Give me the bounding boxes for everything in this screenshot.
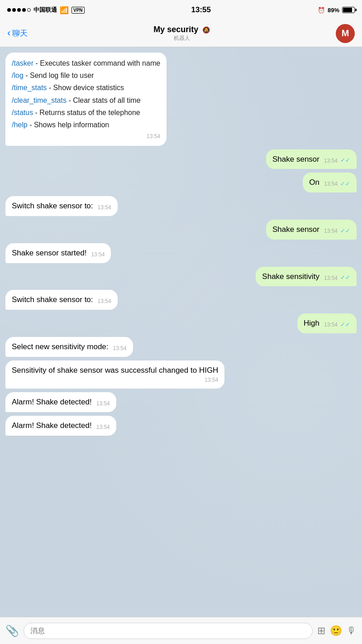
message-time: 13:54 <box>96 400 110 408</box>
dot3 <box>17 8 21 12</box>
message-text: High <box>304 318 319 329</box>
message-row: On 13:54 ✓✓ <box>5 173 357 192</box>
message-row: Shake sensitivity 13:54 ✓✓ <box>5 267 357 287</box>
message-text: Switch shake sensor to: <box>12 201 93 211</box>
message-time: 13:54 <box>113 345 127 352</box>
message-bubble: Switch shake sensor to: 13:54 <box>5 196 118 216</box>
message-bubble: Switch shake sensor to: 13:54 <box>5 290 118 310</box>
message-bubble: Shake sensitivity 13:54 ✓✓ <box>256 267 357 287</box>
back-button[interactable]: ‹ 聊天 <box>7 28 28 38</box>
keyboard-grid-icon[interactable]: ⊞ <box>317 625 325 637</box>
chat-title: My security 🔕 <box>153 25 210 34</box>
bubble-inner: Shake sensor 13:54 ✓✓ <box>272 154 350 165</box>
bubble-inner: Switch shake sensor to: 13:54 <box>12 201 111 211</box>
message-row: Shake sensor 13:54 ✓✓ <box>5 149 357 169</box>
read-receipt: ✓✓ <box>340 274 350 282</box>
dot1 <box>7 8 11 12</box>
message-bubble: Select new sensitivity mode: 13:54 <box>5 337 133 357</box>
bubble-inner: High 13:54 ✓✓ <box>304 318 350 329</box>
message-text: Alarm! Shake detected! <box>12 397 92 408</box>
status-right: ⏰ 89% <box>318 7 355 14</box>
message-text: Switch shake sensor to: <box>12 294 93 305</box>
emoji-icon[interactable]: 🙂 <box>330 625 342 637</box>
toolbar-right: ⊞ 🙂 🎙 <box>317 625 357 637</box>
chat-area: /tasker - Executes tasker command with n… <box>0 47 362 617</box>
bubble-inner: Alarm! Shake detected! 13:54 <box>12 397 110 408</box>
command-line: /help - Shows help information <box>12 119 160 131</box>
bubble-inner: On 13:54 ✓✓ <box>309 177 350 188</box>
command-line: /log - Send log file to user <box>12 69 160 82</box>
message-text: Shake sensitivity <box>262 271 319 282</box>
status-left: 中国联通 📶 VPN <box>7 6 85 14</box>
message-row: Switch shake sensor to: 13:54 <box>5 290 357 310</box>
message-bubble: Shake sensor 13:54 ✓✓ <box>266 220 357 240</box>
message-bubble: Alarm! Shake detected! 13:54 <box>5 392 116 412</box>
message-bubble: Shake sensor started! 13:54 <box>5 243 111 263</box>
command-line: /clear_time_stats - Clear stats of all t… <box>12 94 160 106</box>
battery-fill <box>343 8 352 12</box>
message-row: /tasker - Executes tasker command with n… <box>5 53 357 146</box>
dot5 <box>27 8 31 12</box>
message-time: 13:54 <box>324 321 338 329</box>
status-time: 13:55 <box>191 5 211 14</box>
bubble-inner: Alarm! Shake detected! 13:54 <box>12 420 110 431</box>
command-line: /tasker - Executes tasker command with n… <box>12 57 160 69</box>
message-text: On <box>309 177 319 188</box>
chat-title-text: My security <box>153 25 198 34</box>
message-time: 13:54 <box>147 132 160 141</box>
chat-subtitle: 机器人 <box>153 34 210 42</box>
mic-icon[interactable]: 🎙 <box>347 625 357 637</box>
message-time: 13:54 <box>205 376 218 384</box>
back-arrow-icon: ‹ <box>7 28 10 38</box>
nav-title-container: My security 🔕 机器人 <box>153 25 210 42</box>
command-line: /time_stats - Show device statistics <box>12 82 160 94</box>
read-receipt: ✓✓ <box>340 180 350 188</box>
message-text: Alarm! Shake detected! <box>12 420 92 431</box>
message-text: Sensitivity of shake sensor was successf… <box>12 366 218 375</box>
message-time: 13:54 <box>324 227 338 235</box>
message-text: Shake sensor started! <box>12 248 86 259</box>
message-time: 13:54 <box>98 204 111 211</box>
battery-percent: 89% <box>328 7 339 14</box>
nav-bar: ‹ 聊天 My security 🔕 机器人 M <box>0 20 362 47</box>
message-row: Select new sensitivity mode: 13:54 <box>5 337 357 357</box>
alarm-icon: ⏰ <box>318 7 325 14</box>
message-row: Sensitivity of shake sensor was successf… <box>5 360 357 389</box>
bubble-inner: Shake sensor started! 13:54 <box>12 248 105 259</box>
carrier-label: 中国联通 <box>33 6 57 14</box>
attach-icon[interactable]: 📎 <box>5 625 19 637</box>
bubble-inner: Switch shake sensor to: 13:54 <box>12 294 111 305</box>
status-bar: 中国联通 📶 VPN 13:55 ⏰ 89% <box>0 0 362 20</box>
bubble-inner: Shake sensitivity 13:54 ✓✓ <box>262 271 350 282</box>
read-receipt: ✓✓ <box>340 321 350 329</box>
message-time: 13:54 <box>98 298 111 305</box>
message-bubble: High 13:54 ✓✓ <box>297 313 357 333</box>
bubble-inner: Select new sensitivity mode: 13:54 <box>12 341 127 352</box>
vpn-label: VPN <box>71 7 85 14</box>
avatar[interactable]: M <box>336 24 355 43</box>
back-label: 聊天 <box>12 28 28 38</box>
read-receipt: ✓✓ <box>340 156 350 164</box>
battery-icon <box>342 7 355 13</box>
message-bubble: Shake sensor 13:54 ✓✓ <box>266 149 357 169</box>
message-bubble: Sensitivity of shake sensor was successf… <box>5 360 224 389</box>
toolbar: 📎 ⊞ 🙂 🎙 <box>0 617 362 644</box>
message-text: Shake sensor <box>272 154 319 165</box>
dot4 <box>22 8 26 12</box>
mute-icon: 🔕 <box>202 26 210 34</box>
message-row: Alarm! Shake detected! 13:54 <box>5 392 357 412</box>
message-bubble: /tasker - Executes tasker command with n… <box>5 53 167 146</box>
message-time: 13:54 <box>91 251 105 259</box>
message-input[interactable] <box>24 623 313 639</box>
wifi-icon: 📶 <box>60 6 69 14</box>
message-bubble: Alarm! Shake detected! 13:54 <box>5 416 116 436</box>
bubble-inner: Shake sensor 13:54 ✓✓ <box>272 224 350 235</box>
message-time: 13:54 <box>324 157 338 165</box>
message-row: Shake sensor 13:54 ✓✓ <box>5 220 357 240</box>
message-row: High 13:54 ✓✓ <box>5 313 357 333</box>
message-time-row: 13:54 <box>12 376 218 384</box>
message-row: Shake sensor started! 13:54 <box>5 243 357 263</box>
message-time: 13:54 <box>324 274 338 282</box>
message-text: Select new sensitivity mode: <box>12 341 109 352</box>
message-row: Switch shake sensor to: 13:54 <box>5 196 357 216</box>
